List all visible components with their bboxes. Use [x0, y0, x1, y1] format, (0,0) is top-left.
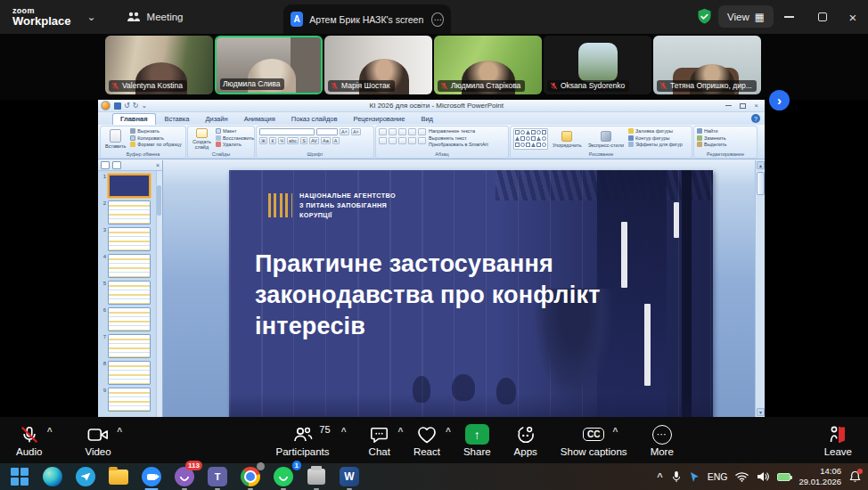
battery-icon[interactable] — [777, 473, 790, 481]
slide-thumbnail-3[interactable]: 3 — [98, 225, 162, 251]
video-tile[interactable]: Марія Шостак — [324, 36, 432, 94]
chat-options-chevron-icon[interactable]: ^ — [397, 427, 403, 437]
redo-icon[interactable]: ↻ — [133, 102, 139, 110]
italic-button[interactable]: К — [269, 137, 276, 144]
slide-thumbnail-8[interactable]: 8 — [98, 358, 162, 385]
help-icon[interactable]: ? — [751, 114, 760, 123]
scroll-down-icon[interactable]: ▼ — [757, 408, 765, 416]
next-participants-button[interactable]: › — [769, 90, 790, 110]
char-spacing-button[interactable]: AV — [309, 137, 319, 144]
change-case-button[interactable]: Аа — [321, 137, 331, 144]
save-icon[interactable] — [114, 102, 121, 110]
shape-effects-button[interactable]: Эффекты для фигур — [628, 142, 683, 147]
react-button[interactable]: ^ React — [414, 423, 440, 457]
tab-shared-screen[interactable]: A Артем Брик НАЗК's screen ⋯ — [283, 4, 451, 34]
ribbon-tab-design[interactable]: Дизайн — [198, 114, 234, 125]
delete-button[interactable]: Удалить — [216, 142, 254, 147]
file-explorer-taskbar-icon[interactable] — [108, 466, 129, 487]
view-button[interactable]: View ▦ — [718, 5, 774, 28]
more-button[interactable]: ⋯ More — [651, 423, 674, 457]
columns-button[interactable] — [418, 137, 426, 144]
slide-thumbnail-2[interactable]: 2 — [98, 198, 162, 225]
video-tile[interactable]: Людмила Старікова — [434, 36, 542, 94]
tray-pointer-icon[interactable] — [690, 471, 700, 483]
start-button[interactable] — [9, 466, 30, 487]
video-tile[interactable]: Valentyna Kostina — [105, 36, 213, 94]
participants-options-chevron-icon[interactable]: ^ — [341, 427, 347, 437]
security-shield-icon[interactable] — [695, 7, 714, 26]
align-left-button[interactable] — [379, 137, 387, 144]
tab-options-ellipsis-icon[interactable]: ⋯ — [431, 12, 444, 27]
leave-button[interactable]: Leave — [824, 423, 852, 457]
ribbon-tab-insert[interactable]: Вставка — [158, 114, 197, 125]
tray-overflow-chevron-icon[interactable]: ^ — [657, 471, 662, 482]
maximize-button[interactable] — [806, 0, 839, 34]
bold-button[interactable]: Ж — [259, 137, 267, 144]
video-tile-camera-off[interactable]: Oksana Sydorenko — [544, 36, 651, 94]
wifi-icon[interactable] — [735, 471, 749, 482]
paste-button[interactable]: Вставить — [103, 128, 127, 150]
undo-icon[interactable]: ↺ — [124, 102, 130, 110]
video-options-chevron-icon[interactable]: ^ — [117, 427, 122, 437]
quick-styles-button[interactable]: Экспресс-стили — [586, 128, 626, 150]
decrease-indent-button[interactable] — [398, 128, 406, 135]
panel-scrollbar[interactable] — [156, 171, 162, 417]
printer-app-taskbar-icon[interactable] — [306, 466, 327, 487]
whatsapp-taskbar-icon[interactable]: 1 — [273, 466, 294, 487]
minimize-button[interactable] — [772, 0, 806, 34]
teams-taskbar-icon[interactable]: T — [207, 466, 228, 487]
qat-dropdown-icon[interactable]: ⌄ — [141, 102, 147, 110]
align-text-button[interactable]: Выровнять текст — [429, 135, 488, 141]
align-center-button[interactable] — [389, 137, 397, 144]
tab-meeting[interactable]: Meeting — [127, 11, 184, 23]
find-button[interactable]: Найти — [697, 128, 726, 134]
font-size-combo[interactable] — [316, 128, 338, 135]
strikethrough-button[interactable]: abc — [287, 137, 299, 144]
justify-button[interactable] — [408, 137, 416, 144]
chevron-down-icon[interactable]: ⌄ — [87, 11, 96, 23]
audio-button[interactable]: ^ Audio — [16, 423, 42, 457]
copy-button[interactable]: Копировать — [130, 135, 181, 141]
arrange-button[interactable]: Упорядочить — [551, 128, 584, 150]
current-slide[interactable]: НАЦІОНАЛЬНЕ АГЕНТСТВО З ПИТАНЬ ЗАПОБІГАН… — [229, 170, 713, 417]
speaker-icon[interactable] — [757, 471, 769, 482]
chrome-taskbar-icon[interactable] — [240, 466, 261, 487]
shadow-button[interactable]: S — [300, 137, 307, 144]
ribbon-tab-slideshow[interactable]: Показ слайдов — [284, 114, 345, 125]
video-tile[interactable]: Тетяна Опришко, дир... — [653, 36, 761, 94]
slide-thumbnail-5[interactable]: 5 — [98, 278, 162, 305]
slide-thumbnail-9[interactable]: 9 — [98, 385, 162, 412]
bullets-button[interactable] — [379, 128, 387, 135]
ribbon-tab-home[interactable]: Главная — [112, 113, 156, 125]
react-options-chevron-icon[interactable]: ^ — [446, 427, 451, 437]
underline-button[interactable]: Ч — [278, 137, 285, 144]
shape-outline-button[interactable]: Контур фигуры — [628, 135, 683, 141]
video-button[interactable]: ^ Video — [85, 423, 111, 457]
numbering-button[interactable] — [389, 128, 397, 135]
ppt-minimize-icon[interactable] — [725, 105, 732, 106]
grow-font-button[interactable]: A˄ — [340, 128, 349, 135]
slide-thumbnail-1[interactable]: 1 — [98, 171, 162, 198]
replace-button[interactable]: Заменить — [697, 135, 726, 141]
close-button[interactable]: × — [836, 0, 868, 34]
clock[interactable]: 14:06 29.01.2026 — [798, 466, 841, 487]
telegram-taskbar-icon[interactable] — [75, 466, 96, 487]
slide-thumbnail-4[interactable]: 4 — [98, 251, 162, 278]
participants-button[interactable]: 75 ^ Participants — [275, 423, 329, 457]
slide-thumbnail-7[interactable]: 7 — [98, 331, 162, 358]
tray-mic-icon[interactable] — [671, 470, 682, 483]
panel-close-icon[interactable]: × — [156, 162, 160, 168]
show-captions-button[interactable]: CC ^ Show captions — [561, 423, 627, 457]
ribbon-tab-view[interactable]: Вид — [414, 114, 440, 125]
shrink-font-button[interactable]: A˅ — [351, 128, 361, 135]
language-indicator[interactable]: ENG — [708, 471, 728, 482]
new-slide-button[interactable]: Создать слайд — [191, 128, 213, 150]
layout-button[interactable]: Макет — [216, 128, 254, 134]
viber-taskbar-icon[interactable]: 113 — [174, 466, 195, 487]
format-painter-button[interactable]: Формат по образцу — [130, 142, 181, 147]
video-tile-active-speaker[interactable]: Людмила Слива — [215, 36, 323, 94]
select-button[interactable]: Выделить — [697, 142, 726, 147]
vertical-scrollbar[interactable]: ▲ ▼ — [755, 160, 765, 417]
notification-bell-icon[interactable] — [849, 470, 861, 483]
office-button[interactable] — [101, 101, 111, 110]
